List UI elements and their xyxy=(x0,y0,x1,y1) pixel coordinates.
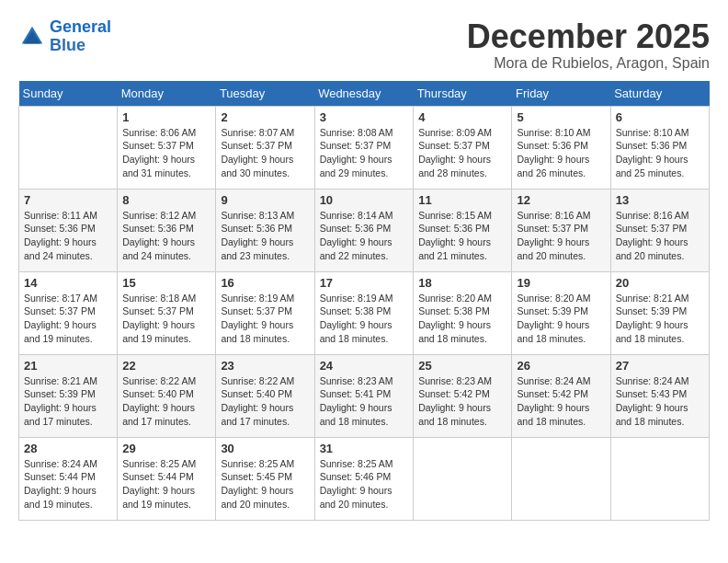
calendar-cell: 1Sunrise: 8:06 AM Sunset: 5:37 PM Daylig… xyxy=(118,106,216,189)
day-number: 19 xyxy=(517,276,605,290)
logo-icon xyxy=(18,23,46,51)
calendar-week-row: 28Sunrise: 8:24 AM Sunset: 5:44 PM Dayli… xyxy=(19,437,710,520)
day-info: Sunrise: 8:23 AM Sunset: 5:42 PM Dayligh… xyxy=(418,374,506,429)
calendar-cell: 24Sunrise: 8:23 AM Sunset: 5:41 PM Dayli… xyxy=(314,354,414,437)
calendar-cell: 6Sunrise: 8:10 AM Sunset: 5:36 PM Daylig… xyxy=(610,106,709,189)
day-info: Sunrise: 8:10 AM Sunset: 5:36 PM Dayligh… xyxy=(517,126,605,180)
calendar-cell xyxy=(610,437,709,520)
day-number: 16 xyxy=(221,276,309,290)
day-number: 13 xyxy=(616,193,704,207)
day-info: Sunrise: 8:22 AM Sunset: 5:40 PM Dayligh… xyxy=(122,374,210,429)
logo-line1: General xyxy=(50,17,111,36)
calendar-header-row: SundayMondayTuesdayWednesdayThursdayFrid… xyxy=(19,81,710,107)
day-info: Sunrise: 8:15 AM Sunset: 5:36 PM Dayligh… xyxy=(418,209,506,263)
calendar-cell: 22Sunrise: 8:22 AM Sunset: 5:40 PM Dayli… xyxy=(118,354,216,437)
day-number: 23 xyxy=(221,359,309,373)
calendar-cell: 29Sunrise: 8:25 AM Sunset: 5:44 PM Dayli… xyxy=(118,437,216,520)
day-number: 21 xyxy=(24,359,112,373)
day-info: Sunrise: 8:17 AM Sunset: 5:37 PM Dayligh… xyxy=(24,292,112,346)
day-number: 17 xyxy=(320,276,409,290)
calendar-cell: 21Sunrise: 8:21 AM Sunset: 5:39 PM Dayli… xyxy=(19,354,118,437)
day-number: 26 xyxy=(517,359,605,373)
day-info: Sunrise: 8:12 AM Sunset: 5:36 PM Dayligh… xyxy=(122,209,210,263)
calendar-cell: 12Sunrise: 8:16 AM Sunset: 5:37 PM Dayli… xyxy=(512,189,610,271)
month-title: December 2025 xyxy=(467,18,710,55)
header-saturday: Saturday xyxy=(610,81,709,107)
day-info: Sunrise: 8:21 AM Sunset: 5:39 PM Dayligh… xyxy=(616,292,704,346)
day-number: 1 xyxy=(122,110,210,124)
page-header: General Blue December 2025 Mora de Rubie… xyxy=(18,18,710,72)
header-wednesday: Wednesday xyxy=(314,81,414,107)
day-info: Sunrise: 8:06 AM Sunset: 5:37 PM Dayligh… xyxy=(122,126,210,180)
calendar-cell: 17Sunrise: 8:19 AM Sunset: 5:38 PM Dayli… xyxy=(314,271,414,354)
day-number: 30 xyxy=(221,442,309,455)
day-number: 20 xyxy=(616,276,704,290)
day-info: Sunrise: 8:14 AM Sunset: 5:36 PM Dayligh… xyxy=(320,209,409,263)
day-info: Sunrise: 8:20 AM Sunset: 5:38 PM Dayligh… xyxy=(418,292,506,346)
calendar-cell: 27Sunrise: 8:24 AM Sunset: 5:43 PM Dayli… xyxy=(610,354,709,437)
header-tuesday: Tuesday xyxy=(216,81,314,107)
day-info: Sunrise: 8:07 AM Sunset: 5:37 PM Dayligh… xyxy=(221,126,309,180)
day-info: Sunrise: 8:16 AM Sunset: 5:37 PM Dayligh… xyxy=(517,209,605,263)
calendar-week-row: 14Sunrise: 8:17 AM Sunset: 5:37 PM Dayli… xyxy=(19,271,710,354)
header-sunday: Sunday xyxy=(19,81,118,107)
calendar-cell: 11Sunrise: 8:15 AM Sunset: 5:36 PM Dayli… xyxy=(414,189,512,271)
calendar-cell: 4Sunrise: 8:09 AM Sunset: 5:37 PM Daylig… xyxy=(414,106,512,189)
header-thursday: Thursday xyxy=(414,81,512,107)
day-info: Sunrise: 8:10 AM Sunset: 5:36 PM Dayligh… xyxy=(616,126,704,180)
location-title: Mora de Rubielos, Aragon, Spain xyxy=(467,55,710,72)
calendar-week-row: 7Sunrise: 8:11 AM Sunset: 5:36 PM Daylig… xyxy=(19,189,710,271)
day-number: 31 xyxy=(320,442,409,455)
day-info: Sunrise: 8:08 AM Sunset: 5:37 PM Dayligh… xyxy=(320,126,409,180)
calendar-cell: 7Sunrise: 8:11 AM Sunset: 5:36 PM Daylig… xyxy=(19,189,118,271)
day-info: Sunrise: 8:20 AM Sunset: 5:39 PM Dayligh… xyxy=(517,292,605,346)
day-info: Sunrise: 8:25 AM Sunset: 5:46 PM Dayligh… xyxy=(320,457,409,511)
calendar-cell xyxy=(19,106,118,189)
calendar-cell: 28Sunrise: 8:24 AM Sunset: 5:44 PM Dayli… xyxy=(19,437,118,520)
day-number: 5 xyxy=(517,110,605,124)
day-info: Sunrise: 8:25 AM Sunset: 5:44 PM Dayligh… xyxy=(122,457,210,511)
calendar-cell xyxy=(512,437,610,520)
calendar-cell xyxy=(414,437,512,520)
title-area: December 2025 Mora de Rubielos, Aragon, … xyxy=(467,18,710,72)
day-info: Sunrise: 8:19 AM Sunset: 5:37 PM Dayligh… xyxy=(221,292,309,346)
calendar-cell: 15Sunrise: 8:18 AM Sunset: 5:37 PM Dayli… xyxy=(118,271,216,354)
day-info: Sunrise: 8:16 AM Sunset: 5:37 PM Dayligh… xyxy=(616,209,704,263)
day-info: Sunrise: 8:13 AM Sunset: 5:36 PM Dayligh… xyxy=(221,209,309,263)
calendar-cell: 25Sunrise: 8:23 AM Sunset: 5:42 PM Dayli… xyxy=(414,354,512,437)
day-info: Sunrise: 8:09 AM Sunset: 5:37 PM Dayligh… xyxy=(418,126,506,180)
day-info: Sunrise: 8:18 AM Sunset: 5:37 PM Dayligh… xyxy=(122,292,210,346)
logo: General Blue xyxy=(18,18,111,55)
calendar-cell: 5Sunrise: 8:10 AM Sunset: 5:36 PM Daylig… xyxy=(512,106,610,189)
calendar-cell: 3Sunrise: 8:08 AM Sunset: 5:37 PM Daylig… xyxy=(314,106,414,189)
day-number: 28 xyxy=(24,442,112,455)
day-number: 29 xyxy=(122,442,210,455)
calendar-cell: 20Sunrise: 8:21 AM Sunset: 5:39 PM Dayli… xyxy=(610,271,709,354)
day-info: Sunrise: 8:24 AM Sunset: 5:44 PM Dayligh… xyxy=(24,457,112,511)
day-number: 9 xyxy=(221,193,309,207)
calendar-cell: 10Sunrise: 8:14 AM Sunset: 5:36 PM Dayli… xyxy=(314,189,414,271)
day-info: Sunrise: 8:22 AM Sunset: 5:40 PM Dayligh… xyxy=(221,374,309,429)
calendar-cell: 2Sunrise: 8:07 AM Sunset: 5:37 PM Daylig… xyxy=(216,106,314,189)
day-number: 15 xyxy=(122,276,210,290)
calendar-cell: 16Sunrise: 8:19 AM Sunset: 5:37 PM Dayli… xyxy=(216,271,314,354)
logo-line2: Blue xyxy=(50,36,85,54)
calendar-week-row: 1Sunrise: 8:06 AM Sunset: 5:37 PM Daylig… xyxy=(19,106,710,189)
header-monday: Monday xyxy=(118,81,216,107)
day-info: Sunrise: 8:24 AM Sunset: 5:42 PM Dayligh… xyxy=(517,374,605,429)
day-info: Sunrise: 8:11 AM Sunset: 5:36 PM Dayligh… xyxy=(24,209,112,263)
day-number: 8 xyxy=(122,193,210,207)
day-number: 4 xyxy=(418,110,506,124)
logo-text: General Blue xyxy=(50,18,111,55)
calendar-table: SundayMondayTuesdayWednesdayThursdayFrid… xyxy=(18,81,710,521)
day-number: 27 xyxy=(616,359,704,373)
day-number: 14 xyxy=(24,276,112,290)
day-number: 22 xyxy=(122,359,210,373)
day-number: 3 xyxy=(320,110,409,124)
day-number: 2 xyxy=(221,110,309,124)
day-info: Sunrise: 8:25 AM Sunset: 5:45 PM Dayligh… xyxy=(221,457,309,511)
day-number: 24 xyxy=(320,359,409,373)
day-info: Sunrise: 8:19 AM Sunset: 5:38 PM Dayligh… xyxy=(320,292,409,346)
day-number: 18 xyxy=(418,276,506,290)
calendar-cell: 14Sunrise: 8:17 AM Sunset: 5:37 PM Dayli… xyxy=(19,271,118,354)
